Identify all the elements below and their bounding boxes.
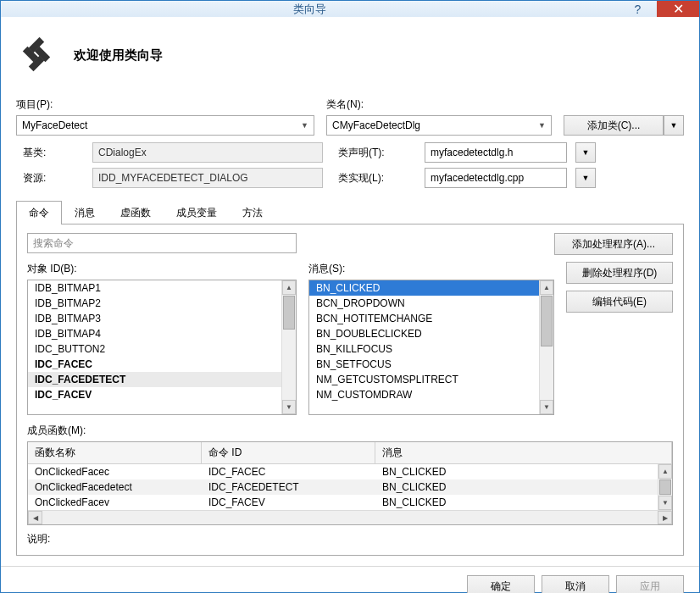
tabs: 命令 消息 虚函数 成员变量 方法 <box>16 200 684 224</box>
tab-virtual[interactable]: 虚函数 <box>108 201 164 224</box>
close-button[interactable]: ✕ <box>657 1 699 17</box>
ok-button[interactable]: 确定 <box>467 575 535 593</box>
tab-member-vars[interactable]: 成员变量 <box>164 201 230 224</box>
list-item[interactable]: IDB_BITMAP4 <box>28 326 281 341</box>
add-class-button[interactable]: 添加类(C)... <box>564 115 664 136</box>
list-item[interactable]: IDC_BUTTON2 <box>28 341 281 357</box>
base-class-field: CDialogEx <box>92 142 323 163</box>
tab-methods[interactable]: 方法 <box>230 201 275 224</box>
messages-label: 消息(S): <box>308 262 554 276</box>
scroll-up-icon[interactable]: ▲ <box>540 280 553 295</box>
tab-messages[interactable]: 消息 <box>62 201 108 224</box>
scroll-down-icon[interactable]: ▼ <box>540 400 553 414</box>
members-table: 函数名称 命令 ID 消息 OnClickedFacecIDC_FACECBN_… <box>27 441 673 525</box>
scroll-down-icon[interactable]: ▼ <box>658 496 672 510</box>
chevron-down-icon: ▼ <box>670 121 678 130</box>
th-function[interactable]: 函数名称 <box>28 442 202 463</box>
description-label: 说明: <box>27 532 673 546</box>
list-item[interactable]: IDB_BITMAP2 <box>28 296 281 311</box>
delete-handler-button[interactable]: 删除处理程序(D) <box>566 262 673 284</box>
decl-dropdown[interactable]: ▼ <box>575 142 596 163</box>
table-row[interactable]: OnClickedFacedetectIDC_FACEDETECTBN_CLIC… <box>28 479 658 495</box>
titlebar: 类向导 ? ✕ <box>1 1 699 17</box>
members-label: 成员函数(M): <box>27 424 673 438</box>
list-item[interactable]: BCN_DROPDOWN <box>309 296 539 311</box>
scroll-up-icon[interactable]: ▲ <box>658 464 672 479</box>
list-item[interactable]: IDC_FACEDETECT <box>28 372 281 387</box>
class-wizard-window: 类向导 ? ✕ 欢迎使用类向导 项目(P): MyFaceDetect ▼ <box>0 0 700 593</box>
list-item[interactable]: NM_CUSTOMDRAW <box>309 387 539 402</box>
window-title: 类向导 <box>1 2 619 17</box>
apply-button: 应用 <box>616 575 684 593</box>
scroll-down-icon[interactable]: ▼ <box>282 400 296 414</box>
scroll-thumb[interactable] <box>283 296 295 330</box>
scroll-right-icon[interactable]: ▶ <box>658 511 672 524</box>
scroll-up-icon[interactable]: ▲ <box>282 280 296 295</box>
cancel-button[interactable]: 取消 <box>542 575 609 593</box>
list-item[interactable]: BN_CLICKED <box>309 280 539 296</box>
resource-field: IDD_MYFACEDETECT_DIALOG <box>92 168 323 188</box>
list-item[interactable]: NM_GETCUSTOMSPLITRECT <box>309 372 539 387</box>
base-class-label: 基类: <box>16 146 84 160</box>
chevron-down-icon: ▼ <box>582 148 590 157</box>
scroll-thumb[interactable] <box>541 296 553 346</box>
scroll-thumb[interactable] <box>659 479 671 495</box>
help-button[interactable]: ? <box>619 1 657 17</box>
objects-listbox[interactable]: IDB_BITMAP1IDB_BITMAP2IDB_BITMAP3IDB_BIT… <box>27 280 297 415</box>
decl-combo[interactable]: myfacedetectdlg.h <box>425 142 567 163</box>
list-item[interactable]: IDB_BITMAP3 <box>28 311 281 326</box>
impl-dropdown[interactable]: ▼ <box>575 168 596 188</box>
th-message[interactable]: 消息 <box>375 442 672 463</box>
class-combo[interactable]: CMyFaceDetectDlg ▼ <box>326 115 552 136</box>
list-item[interactable]: IDC_FACEV <box>28 387 281 402</box>
table-row[interactable]: OnClickedFacecIDC_FACECBN_CLICKED <box>28 464 658 479</box>
scrollbar[interactable]: ▲ ▼ <box>281 280 296 414</box>
table-row[interactable]: OnClickedFacevIDC_FACEVBN_CLICKED <box>28 495 658 510</box>
decl-label: 类声明(T): <box>331 146 416 160</box>
wizard-icon <box>16 34 57 77</box>
scroll-left-icon[interactable]: ◀ <box>28 511 42 524</box>
project-label: 项目(P): <box>16 97 314 112</box>
header-title: 欢迎使用类向导 <box>74 47 163 64</box>
list-item[interactable]: BN_SETFOCUS <box>309 357 539 372</box>
chevron-down-icon: ▼ <box>538 121 546 130</box>
scrollbar[interactable]: ▲ ▼ <box>658 464 672 510</box>
th-command[interactable]: 命令 ID <box>202 442 375 463</box>
list-item[interactable]: BCN_HOTITEMCHANGE <box>309 311 539 326</box>
objects-label: 对象 ID(B): <box>27 262 297 276</box>
scrollbar[interactable]: ▲ ▼ <box>539 280 553 414</box>
list-item[interactable]: IDB_BITMAP1 <box>28 280 281 296</box>
impl-combo[interactable]: myfacedetectdlg.cpp <box>425 168 567 188</box>
chevron-down-icon: ▼ <box>582 174 590 182</box>
search-input[interactable]: 搜索命令 <box>27 233 297 253</box>
list-item[interactable]: BN_DOUBLECLICKED <box>309 326 539 341</box>
messages-listbox[interactable]: BN_CLICKEDBCN_DROPDOWNBCN_HOTITEMCHANGEB… <box>308 280 554 415</box>
list-item[interactable]: IDC_FACEC <box>28 357 281 372</box>
close-icon: ✕ <box>673 1 684 17</box>
tab-commands[interactable]: 命令 <box>16 201 62 224</box>
add-class-dropdown[interactable]: ▼ <box>664 115 684 136</box>
chevron-down-icon: ▼ <box>301 121 308 130</box>
resource-label: 资源: <box>16 171 84 186</box>
impl-label: 类实现(L): <box>331 171 416 186</box>
class-label: 类名(N): <box>326 97 552 112</box>
edit-code-button[interactable]: 编辑代码(E) <box>566 291 673 313</box>
add-handler-button[interactable]: 添加处理程序(A)... <box>554 233 673 255</box>
h-scrollbar[interactable]: ◀ ▶ <box>28 510 672 524</box>
list-item[interactable]: BN_KILLFOCUS <box>309 341 539 357</box>
project-combo[interactable]: MyFaceDetect ▼ <box>16 115 314 136</box>
